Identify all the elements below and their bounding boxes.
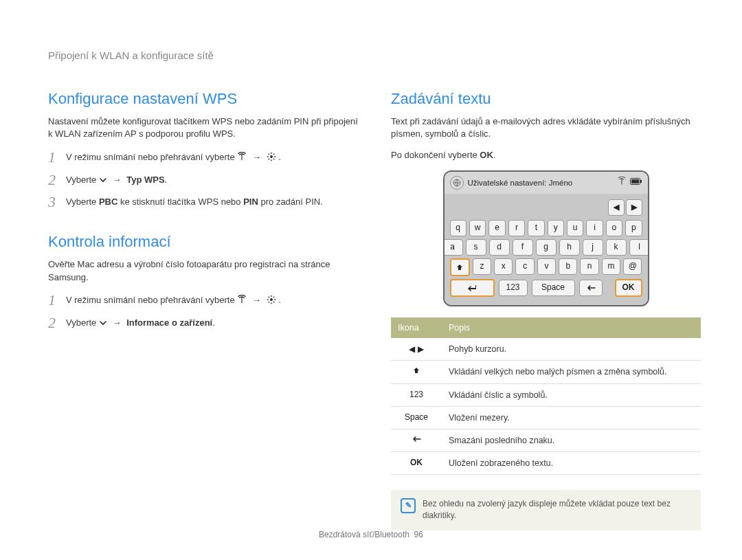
section-heading-text: Zadávání textu bbox=[391, 88, 701, 110]
icon-description-table: Ikona Popis ◀ ▶ Pohyb kurzoru. Vkládání … bbox=[391, 317, 701, 475]
key-z[interactable]: z bbox=[473, 258, 491, 275]
cell-desc: Uložení zobrazeného textu. bbox=[442, 451, 701, 474]
key-f[interactable]: f bbox=[513, 239, 533, 256]
key-s[interactable]: s bbox=[466, 239, 486, 256]
table-header-desc: Popis bbox=[442, 317, 701, 338]
cell-desc: Smazání posledního znaku. bbox=[442, 429, 701, 451]
key-y[interactable]: y bbox=[548, 220, 564, 236]
svg-point-1 bbox=[270, 299, 273, 302]
shift-key[interactable] bbox=[450, 258, 470, 276]
cell-icon: Space bbox=[391, 406, 442, 429]
key-x[interactable]: x bbox=[494, 258, 513, 275]
section-heading-wps: Konfigurace nastavení WPS bbox=[48, 88, 358, 110]
key-h[interactable]: h bbox=[559, 239, 580, 256]
table-row: ◀ ▶ Pohyb kurzoru. bbox=[391, 338, 701, 361]
kbd-body: ◀ ▶ q w e r t y u i o bbox=[445, 194, 648, 305]
table-header-icon: Ikona bbox=[391, 317, 442, 338]
key-d[interactable]: d bbox=[489, 239, 510, 256]
key-u[interactable]: u bbox=[567, 220, 583, 236]
key-b[interactable]: b bbox=[559, 258, 577, 275]
key-q[interactable]: q bbox=[450, 220, 466, 236]
kbd-title: Uživatelské nastavení: Jméno bbox=[468, 177, 614, 189]
key-m[interactable]: m bbox=[602, 258, 620, 275]
onscreen-keyboard: Uživatelské nastavení: Jméno ◀ ▶ bbox=[443, 170, 649, 306]
svg-rect-4 bbox=[631, 179, 639, 183]
step-text: V režimu snímání nebo přehrávání vyberte bbox=[66, 295, 235, 305]
footer-page: 96 bbox=[414, 530, 423, 539]
key-p[interactable]: p bbox=[625, 220, 642, 236]
key-n[interactable]: n bbox=[580, 258, 598, 275]
breadcrumb: Připojení k WLAN a konfigurace sítě bbox=[48, 48, 701, 63]
table-row: OK Uložení zobrazeného textu. bbox=[391, 451, 701, 474]
key-v[interactable]: v bbox=[537, 258, 556, 275]
svg-point-0 bbox=[270, 155, 273, 158]
table-row: Smazání posledního znaku. bbox=[391, 429, 701, 451]
key-a[interactable]: a bbox=[443, 239, 463, 256]
key-r[interactable]: r bbox=[508, 220, 525, 236]
info-step-1: 1 V režimu snímání nebo přehrávání vyber… bbox=[48, 292, 358, 309]
cell-icon: ◀ ▶ bbox=[391, 338, 442, 361]
svg-rect-5 bbox=[640, 180, 642, 183]
cell-desc: Pohyb kurzoru. bbox=[442, 338, 701, 361]
signal-icon bbox=[618, 177, 626, 188]
info-steps: 1 V režimu snímání nebo přehrávání vyber… bbox=[48, 292, 358, 331]
step-number: 1 bbox=[48, 292, 66, 309]
key-123[interactable]: 123 bbox=[499, 280, 528, 296]
section-heading-info: Kontrola informací bbox=[48, 231, 358, 253]
step-number: 2 bbox=[48, 172, 66, 188]
note-text: Bez ohledu na zvolený jazyk displeje můž… bbox=[423, 498, 691, 522]
right-column: Zadávání textu Text při zadávání údajů a… bbox=[391, 88, 701, 530]
key-ok[interactable]: OK bbox=[615, 279, 642, 297]
step-number: 1 bbox=[48, 149, 66, 166]
wps-steps: 1 V režimu snímání nebo přehrávání vyber… bbox=[48, 149, 358, 210]
kbd-row-1: q w e r t y u i o p bbox=[450, 220, 642, 236]
step-text: Vyberte bbox=[66, 317, 96, 328]
cell-icon bbox=[391, 361, 442, 383]
key-space[interactable]: Space bbox=[532, 280, 575, 296]
kbd-row-bottom: 123 Space OK bbox=[450, 279, 642, 297]
wps-step-3: 3 Vyberte PBC ke stisknutí tlačítka WPS … bbox=[48, 194, 358, 210]
info-intro: Ověřte Mac adresu a výrobní číslo fotoap… bbox=[48, 258, 358, 284]
footer-section: Bezdrátová síť/Bluetooth bbox=[319, 530, 409, 539]
left-column: Konfigurace nastavení WPS Nastavení může… bbox=[48, 88, 358, 530]
key-g[interactable]: g bbox=[536, 239, 556, 256]
key-o[interactable]: o bbox=[606, 220, 622, 236]
manual-page: Připojení k WLAN a konfigurace sítě Konf… bbox=[0, 0, 742, 560]
info-step-2: 2 Vyberte → Informace o zařízení. bbox=[48, 315, 358, 331]
gear-icon bbox=[267, 295, 276, 304]
kbd-row-3: z x c v b n m @ bbox=[450, 258, 642, 276]
cursor-left-button[interactable]: ◀ bbox=[608, 199, 625, 216]
key-k[interactable]: k bbox=[606, 239, 627, 256]
arrow-glyph: → bbox=[249, 295, 264, 305]
antenna-icon bbox=[237, 295, 247, 304]
backspace-key[interactable] bbox=[579, 280, 603, 296]
key-e[interactable]: e bbox=[488, 220, 505, 236]
key-t[interactable]: t bbox=[528, 220, 544, 236]
return-key[interactable] bbox=[450, 279, 495, 297]
arrow-glyph: → bbox=[249, 152, 264, 162]
note-icon: ✎ bbox=[401, 498, 416, 513]
step-number: 3 bbox=[48, 194, 66, 210]
text-intro: Text při zadávání údajů a e-mailových ad… bbox=[391, 115, 701, 142]
step-target: Typ WPS bbox=[126, 175, 164, 185]
page-footer: Bezdrátová síť/Bluetooth 96 bbox=[0, 529, 742, 541]
key-j[interactable]: j bbox=[583, 239, 603, 256]
step-target: Informace o zařízení bbox=[126, 317, 212, 328]
cell-desc: Vkládání číslic a symbolů. bbox=[442, 383, 701, 406]
table-row: Space Vložení mezery. bbox=[391, 406, 701, 429]
key-w[interactable]: w bbox=[469, 220, 486, 236]
chevron-down-icon bbox=[99, 176, 107, 184]
key-i[interactable]: i bbox=[586, 220, 603, 236]
key-l[interactable]: l bbox=[629, 239, 649, 256]
key-at[interactable]: @ bbox=[623, 258, 642, 275]
kbd-row-2: a s d f g h j k l bbox=[450, 239, 642, 256]
wps-intro: Nastavení můžete konfigurovat tlačítkem … bbox=[48, 115, 358, 142]
period: . bbox=[278, 152, 281, 162]
table-row: Vkládání velkých nebo malých písmen a zm… bbox=[391, 361, 701, 383]
step-text: V režimu snímání nebo přehrávání vyberte bbox=[66, 152, 235, 162]
key-c[interactable]: c bbox=[515, 258, 534, 275]
cursor-right-button[interactable]: ▶ bbox=[626, 199, 642, 216]
arrow-glyph: → bbox=[110, 175, 124, 185]
chevron-down-icon bbox=[99, 319, 107, 327]
cell-desc: Vkládání velkých nebo malých písmen a zm… bbox=[442, 361, 701, 383]
